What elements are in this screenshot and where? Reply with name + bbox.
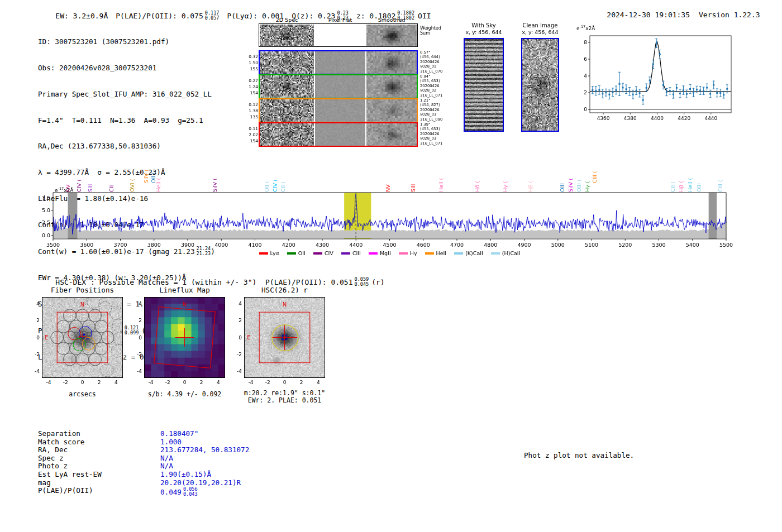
tick-label-y: 0 — [232, 335, 242, 341]
spec2d-row-annotation: 1.39"(455, 653)20200426v028_03316_LL_071 — [420, 122, 442, 146]
legend-item: Lyα — [259, 250, 279, 256]
tick-label-x: 4 — [213, 380, 223, 385]
report-timestamp: 2024-12-30 19:01:35 — [607, 11, 690, 19]
tick-label-y: 2 — [132, 318, 142, 323]
line-label-siiv: SiIV ( — [143, 169, 149, 183]
match-label-restew: Est LyA rest-EW — [38, 471, 160, 479]
legend-item: CIII — [341, 250, 361, 256]
hsc-plae-range: 0.0590.045 — [355, 277, 369, 286]
header-plae-range: 0.1170.057 — [205, 11, 220, 20]
info-seeing: F=1.4" T=0.111 N=1.36 A=0.93 g=25.1 — [38, 116, 215, 125]
spec2d-col-header: Smoothed — [366, 17, 417, 23]
spec2d-row-frame — [259, 74, 418, 99]
tick-label-x: -2 — [163, 380, 173, 385]
header-meta: 2024-12-30 19:01:35Version 1.22.3 — [589, 2, 760, 27]
match-label-score: Match score — [38, 438, 160, 447]
tick-label-x: -4 — [44, 380, 54, 385]
fiber-positions-title: Fiber Positions — [42, 286, 123, 294]
legend-swatch — [259, 252, 268, 255]
legend-swatch — [313, 252, 322, 255]
match-label-mag: mag — [38, 479, 160, 487]
photz-note: Phot z plot not available. — [524, 451, 634, 459]
tick-label-x: -2 — [263, 380, 273, 385]
legend-item: (K)CaII — [454, 250, 483, 256]
match-label-specz: Spec z — [38, 454, 160, 463]
legend-item: OII — [287, 250, 306, 256]
tick-label-y: 4 — [30, 301, 40, 306]
main-ylabel: e-17x2Å — [55, 186, 73, 193]
legend-swatch — [491, 252, 500, 255]
tick-label-y: 2 — [232, 318, 242, 323]
legend-item: CIV — [313, 250, 333, 256]
spec2d-row-frame — [259, 50, 418, 75]
tick-label-x: 4 — [313, 380, 323, 385]
tick-label-y: 0 — [132, 335, 142, 341]
withsky-coords: x, y: 456, 644 — [456, 29, 512, 35]
weighted-sum-label: WeightedSum — [420, 26, 441, 36]
tick-label-y: -2 — [132, 352, 142, 357]
spectrum-legend: LyαOIICIVCIIIMgIIHγHeII(K)CaII(H)CaII — [53, 250, 726, 256]
tick-label-x: 2 — [297, 380, 307, 385]
lineflux-sb-caption: s/b: 4.39 +/- 0.092 — [133, 390, 236, 398]
catalog-match-table: Separation0.180407" Match score1.000 RA,… — [38, 430, 249, 496]
tick-label-x: 2 — [197, 380, 207, 385]
tick-label-x: 4 — [111, 380, 121, 385]
withsky-image — [465, 39, 503, 131]
match-value-specz: N/A — [160, 454, 249, 463]
spec2d-col-header: 2D Spec — [260, 17, 314, 23]
spec2d-cutout-grid: 2D SpecPixel FlatSmoothedWeightedSum0.32… — [247, 17, 460, 150]
hsc-phot-caption: m:20.2 re:1.9" s:0.1" — [233, 389, 336, 397]
spec2d-row-weights: 0.321.50155 — [247, 54, 258, 72]
legend-item: (H)CaII — [491, 250, 521, 256]
hsc-cutout-image — [244, 297, 325, 378]
match-value-restew: 1.90(±0.15)Å — [160, 471, 249, 479]
line-label-ciii: CIII ( — [592, 171, 598, 183]
tick-label-y: -2 — [232, 352, 242, 357]
tick-label-x: -4 — [246, 380, 256, 385]
spec2d-row-annotation: 0.57"(456, 644)20200426v028_01316_LL_070 — [420, 50, 442, 74]
emission-line-labels: NVCIV (SiIICIIOVI (SiIV (OII (HeII (SiIV… — [39, 144, 735, 192]
match-label-photoz: Photo z — [38, 462, 160, 471]
spec2d-row-weights: 0.121.38135 — [247, 102, 258, 120]
legend-swatch — [341, 252, 350, 255]
legend-label: OII — [298, 250, 306, 256]
spec2d-row-annotation: 0.94"(455, 653)20200426v028_02316_LL_071 — [420, 74, 442, 98]
tick-label-y: 4 — [232, 301, 242, 306]
tick-label-y: -2 — [30, 352, 40, 357]
tick-label-x: -4 — [146, 380, 156, 385]
header-ew: EW: 3.2±0.9Å — [55, 12, 108, 20]
spec2d-row-frame — [259, 98, 418, 123]
hsc-band: (r) — [371, 278, 384, 286]
clean-title: Clean Image — [510, 22, 570, 28]
zoomed-spectrum-plot — [575, 29, 735, 125]
fiber-xlabel: arcsecs — [42, 390, 123, 398]
match-plae-range: 0.0560.043 — [183, 487, 198, 496]
spec2d-row-weights: 0.271.24154 — [247, 78, 258, 96]
tick-label-x: 0 — [180, 380, 190, 385]
clean-coords: x, y: 456, 644 — [512, 29, 568, 35]
tick-label-y: -4 — [232, 368, 242, 374]
elixer-report: EW: 3.2±0.9ÅP(LAE)/P(OII): 0.0750.1170.0… — [0, 0, 782, 532]
fiber-positions-plot — [42, 297, 123, 378]
match-value-mag: 20.20(20.19,20.21)R — [160, 479, 249, 487]
legend-label: CIV — [325, 250, 333, 256]
match-value-photoz: N/A — [160, 462, 249, 471]
legend-label: MgII — [380, 250, 391, 256]
tick-label-y: 2 — [30, 318, 40, 323]
legend-item: MgII — [369, 250, 391, 256]
lineflux-map-title: Lineflux Map — [144, 286, 225, 294]
spec2d-row-weights: 0.112.02154 — [247, 126, 258, 144]
spec2d-row-frame — [259, 122, 418, 147]
tick-label-y: 4 — [132, 301, 142, 306]
legend-swatch — [399, 252, 408, 255]
legend-swatch — [454, 252, 463, 255]
match-label-separation: Separation — [38, 430, 160, 438]
legend-label: CIII — [352, 250, 361, 256]
match-value-radec: 213.677284, 50.831072 — [160, 446, 249, 454]
tick-label-x: 2 — [94, 380, 104, 385]
legend-item: Hγ — [399, 250, 417, 256]
tick-label-x: 0 — [78, 380, 88, 385]
spec2d-row-annotation: 1.21"(454, 827)20200426v028_03316_LL_090 — [420, 98, 442, 122]
legend-swatch — [425, 252, 434, 255]
hsc-cutout-title: HSC(26.2) r — [244, 286, 325, 294]
